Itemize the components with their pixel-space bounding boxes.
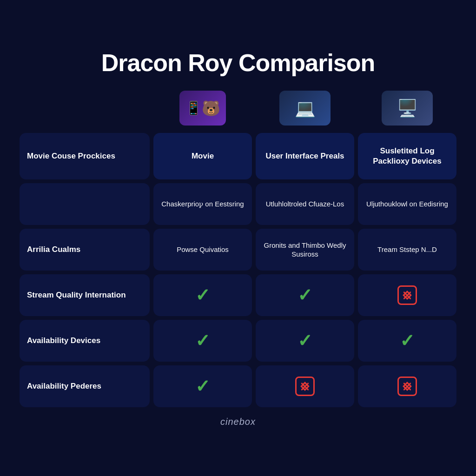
row3-col2-cell: ✓ — [256, 274, 354, 316]
product3-image: 🖥️ — [382, 91, 433, 126]
row3-col1-check: ✓ — [195, 285, 210, 305]
row5-col1-cell: ✓ — [153, 365, 252, 407]
comparison-table: Movie Couse Prockices Movie User Interfa… — [20, 133, 456, 407]
header-label-cell: Movie Couse Prockices — [20, 133, 150, 179]
row5-col3-cell — [358, 365, 456, 407]
row1-col3-text: Uljuthouklowl on Eedisring — [366, 199, 448, 209]
row4-col3-cell: ✓ — [358, 320, 456, 362]
row2-label-cell: Arrilia Cualms — [20, 229, 150, 271]
row4-col1-check: ✓ — [195, 331, 210, 351]
spacer-cell — [20, 91, 150, 129]
row3-label: Stream Quality Internation — [27, 290, 126, 300]
row5-label-cell: Availability Pederes — [20, 365, 150, 407]
row1-col1-cell: Chaskerprioꝩ on Eestsring — [153, 183, 252, 225]
row2-col1-cell: Powse Quivatios — [153, 229, 252, 271]
cross-diamond-2 — [300, 382, 310, 391]
row4-label-cell: Availability Devices — [20, 320, 150, 362]
row3-label-cell: Stream Quality Internation — [20, 274, 150, 316]
row5-col2-cell — [256, 365, 354, 407]
header-col3-cell: Susletited Log Packlioxy Devices — [358, 133, 456, 179]
row2-col3-cell: Tream Ststep N...D — [358, 229, 456, 271]
main-container: Dracon Roy Comparison 📱🐻 💻 🖥️ Movie Cous… — [10, 35, 466, 441]
row2-label: Arrilia Cualms — [27, 245, 80, 255]
page-title: Dracon Roy Comparison — [20, 49, 456, 77]
row2-col1-text: Powse Quivatios — [177, 245, 229, 254]
row4-col2-cell: ✓ — [256, 320, 354, 362]
row2-col3-text: Tream Ststep N...D — [377, 245, 437, 254]
footer-brand: cinebox — [20, 416, 456, 427]
header-col1-cell: Movie — [153, 133, 252, 179]
row1-col2-text: Utluhloltroled Cfuaze-Los — [266, 199, 344, 209]
row2-col2-text: Gronits and Thimbo Wedly Susiross — [263, 241, 347, 259]
cross-diamond-3 — [403, 382, 412, 391]
header-col1-text: Movie — [192, 151, 214, 161]
row1-col1-text: Chaskerprioꝩ on Eestsring — [161, 199, 244, 209]
cross-diamond — [403, 291, 412, 300]
row1-label-cell — [20, 183, 150, 225]
header-col2-text: User Interface Preals — [265, 151, 344, 161]
row2-col2-cell: Gronits and Thimbo Wedly Susiross — [256, 229, 354, 271]
header-col3-text: Susletited Log Packlioxy Devices — [365, 146, 449, 166]
product1-icon-cell: 📱🐻 — [153, 91, 252, 129]
header-col2-cell: User Interface Preals — [256, 133, 354, 179]
row3-col3-cross — [397, 285, 417, 305]
row4-col1-cell: ✓ — [153, 320, 252, 362]
row4-col2-check: ✓ — [298, 331, 312, 351]
row3-col1-cell: ✓ — [153, 274, 252, 316]
row5-col1-check: ✓ — [195, 376, 210, 397]
product2-icon-cell: 💻 — [256, 91, 354, 129]
row5-col2-cross — [295, 377, 315, 396]
product3-icon-cell: 🖥️ — [358, 91, 456, 129]
row5-label: Availability Pederes — [27, 381, 101, 391]
row3-col2-check: ✓ — [298, 285, 312, 305]
product1-image: 📱🐻 — [179, 91, 226, 126]
row5-col3-cross — [397, 377, 417, 396]
product-icons-row: 📱🐻 💻 🖥️ — [20, 91, 456, 129]
header-row-label: Movie Couse Prockices — [27, 151, 115, 161]
row3-col3-cell — [358, 274, 456, 316]
row4-col3-check: ✓ — [400, 331, 415, 351]
row1-col3-cell: Uljuthouklowl on Eedisring — [358, 183, 456, 225]
row4-label: Availability Devices — [27, 336, 100, 346]
product2-image: 💻 — [279, 91, 331, 126]
row1-col2-cell: Utluhloltroled Cfuaze-Los — [256, 183, 354, 225]
